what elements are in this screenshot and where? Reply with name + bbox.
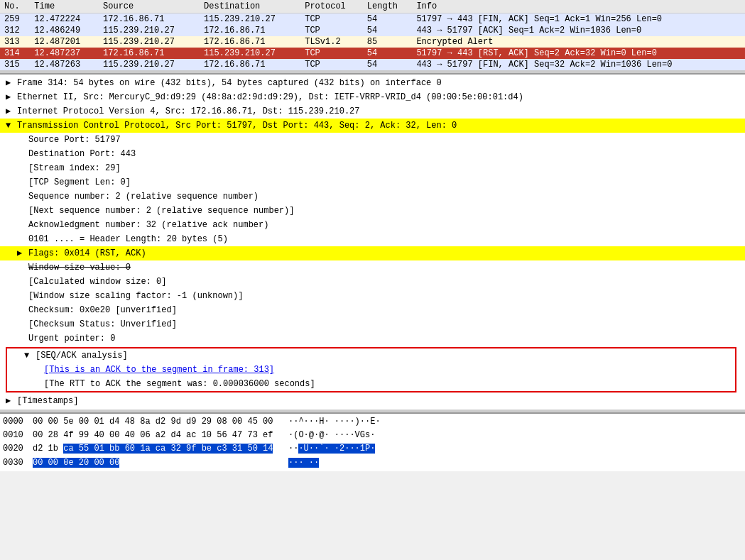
table-header-row: No. Time Source Destination Protocol Len… xyxy=(0,0,745,13)
ethernet-text: Ethernet II, Src: MercuryC_9d:d9:29 (48:… xyxy=(17,91,523,104)
hex-offset: 0010 xyxy=(3,429,33,442)
table-row[interactable]: 31412.487237172.16.86.71115.239.210.27TC… xyxy=(0,48,745,59)
cell-6: 51797 → 443 [RST, ACK] Seq=2 Ack=32 Win=… xyxy=(412,48,745,59)
packet-table: No. Time Source Destination Protocol Len… xyxy=(0,0,745,70)
cell-2: 115.239.210.27 xyxy=(99,36,200,48)
cell-1: 12.472224 xyxy=(30,13,99,26)
cell-0: 314 xyxy=(0,48,30,59)
cell-3: 115.239.210.27 xyxy=(200,13,300,26)
seq-ack-box: ▼ [SEQ/ACK analysis] [This is an ACK to … xyxy=(6,347,736,392)
hex-ascii: ···U··`· ·2···1P· xyxy=(288,442,375,456)
tcp-field-expander xyxy=(17,133,26,146)
hex-bytes[interactable]: d2 1b ca 55 01 bb 60 1a ca 32 9f be c3 3… xyxy=(33,442,288,456)
tcp-field-expander xyxy=(17,318,26,331)
tcp-field-item: Source Port: 51797 xyxy=(0,133,745,147)
hex-ascii: ··· ·· xyxy=(288,456,319,470)
frame-expander[interactable]: ▶ xyxy=(6,77,14,89)
tcp-field-text: [Next sequence number: 2 (relative seque… xyxy=(28,204,294,217)
cell-6: Encrypted Alert xyxy=(412,36,745,48)
tcp-field-item[interactable]: ▶Flags: 0x014 (RST, ACK) xyxy=(0,246,745,260)
col-time: Time xyxy=(30,0,99,13)
cell-5: 54 xyxy=(363,13,413,26)
cell-5: 85 xyxy=(363,36,413,48)
detail-panel: ▶ Frame 314: 54 bytes on wire (432 bits)… xyxy=(0,73,745,410)
hex-row: 0010 00 28 4f 99 40 00 40 06 a2 d4 ac 10… xyxy=(3,429,742,442)
cell-1: 12.487263 xyxy=(30,59,99,70)
tcp-field-text: Acknowledgment number: 32 (relative ack … xyxy=(28,219,268,231)
hex-ascii: ·(O·@·@· ····VGs· xyxy=(288,429,375,442)
tcp-field-item: Window size value: 0 xyxy=(0,260,745,275)
cell-3: 172.16.86.71 xyxy=(200,25,300,36)
cell-3: 172.16.86.71 xyxy=(200,59,300,70)
ip-item[interactable]: ▶ Internet Protocol Version 4, Src: 172.… xyxy=(0,104,745,119)
tcp-field-text: Destination Port: 443 xyxy=(28,148,136,160)
tcp-field-text: [Calculated window size: 0] xyxy=(28,275,166,288)
tcp-field-item: [Checksum Status: Unverified] xyxy=(0,317,745,331)
cell-6: 443 → 51797 [FIN, ACK] Seq=32 Ack=2 Win=… xyxy=(412,59,745,70)
table-row[interactable]: 31312.487201115.239.210.27172.16.86.71TL… xyxy=(0,36,745,48)
seq-ack-expander[interactable]: ▼ xyxy=(24,349,33,362)
col-no: No. xyxy=(0,0,30,13)
seq-ack-link-text[interactable]: [This is an ACK to the segment in frame:… xyxy=(44,363,274,376)
cell-0: 312 xyxy=(0,25,30,36)
timestamps-expander[interactable]: ▶ xyxy=(6,395,14,407)
cell-5: 54 xyxy=(363,48,413,59)
col-source: Source xyxy=(99,0,200,13)
tcp-field-text: Urgent pointer: 0 xyxy=(28,332,115,345)
hex-row: 0030 00 00 0e 20 00 00··· ·· xyxy=(3,456,742,470)
hex-bytes[interactable]: 00 00 5e 00 01 d4 48 8a d2 9d d9 29 08 0… xyxy=(33,415,288,429)
cell-6: 443 → 51797 [ACK] Seq=1 Ack=2 Win=1036 L… xyxy=(412,25,745,36)
ethernet-item[interactable]: ▶ Ethernet II, Src: MercuryC_9d:d9:29 (4… xyxy=(0,90,745,104)
tcp-field-expander xyxy=(17,162,26,175)
ethernet-expander[interactable]: ▶ xyxy=(6,91,14,104)
cell-5: 54 xyxy=(363,59,413,70)
table-row[interactable]: 31212.486249115.239.210.27172.16.86.71TC… xyxy=(0,25,745,36)
tcp-field-item: Checksum: 0x0e20 [unverified] xyxy=(0,303,745,317)
table-row[interactable]: 25912.472224172.16.86.71115.239.210.27TC… xyxy=(0,13,745,26)
hex-offset: 0000 xyxy=(3,415,33,429)
seq-ack-link-item[interactable]: [This is an ACK to the segment in frame:… xyxy=(7,363,735,377)
tcp-field-item: 0101 .... = Header Length: 20 bytes (5) xyxy=(0,232,745,246)
tcp-field-item: Urgent pointer: 0 xyxy=(0,331,745,346)
cell-4: TLSv1.2 xyxy=(300,36,363,48)
cell-1: 12.487201 xyxy=(30,36,99,48)
tcp-field-expander xyxy=(17,304,26,317)
tcp-field-expander xyxy=(17,176,26,189)
tcp-field-text: [Window size scaling factor: -1 (unknown… xyxy=(28,290,243,302)
tcp-field-item: [TCP Segment Len: 0] xyxy=(0,175,745,190)
hex-offset: 0030 xyxy=(3,456,33,470)
cell-3: 115.239.210.27 xyxy=(200,48,300,59)
col-destination: Destination xyxy=(200,0,300,13)
hex-row: 0000 00 00 5e 00 01 d4 48 8a d2 9d d9 29… xyxy=(3,415,742,429)
cell-4: TCP xyxy=(300,25,363,36)
tcp-field-expander: ▶ xyxy=(17,247,26,260)
tcp-field-item: Sequence number: 2 (relative sequence nu… xyxy=(0,190,745,204)
tcp-field-expander xyxy=(17,290,26,302)
packet-list-panel: No. Time Source Destination Protocol Len… xyxy=(0,0,745,70)
tcp-field-item: [Calculated window size: 0] xyxy=(0,275,745,289)
tcp-field-item: [Next sequence number: 2 (relative seque… xyxy=(0,204,745,218)
cell-2: 115.239.210.27 xyxy=(99,25,200,36)
hex-bytes[interactable]: 00 28 4f 99 40 00 40 06 a2 d4 ac 10 56 4… xyxy=(33,429,288,442)
ip-expander[interactable]: ▶ xyxy=(6,105,14,118)
tcp-field-text: [TCP Segment Len: 0] xyxy=(28,176,131,189)
cell-0: 315 xyxy=(0,59,30,70)
tcp-field-expander xyxy=(17,190,26,203)
tcp-item[interactable]: ▼ Transmission Control Protocol, Src Por… xyxy=(0,119,745,133)
frame-text: Frame 314: 54 bytes on wire (432 bits), … xyxy=(17,77,442,89)
tcp-text: Transmission Control Protocol, Src Port:… xyxy=(17,119,457,132)
hex-bytes[interactable]: 00 00 0e 20 00 00 xyxy=(33,456,288,470)
seq-ack-header[interactable]: ▼ [SEQ/ACK analysis] xyxy=(7,348,735,363)
timestamps-item[interactable]: ▶ [Timestamps] xyxy=(0,394,745,408)
col-protocol: Protocol xyxy=(300,0,363,13)
tcp-field-item: [Stream index: 29] xyxy=(0,161,745,175)
table-row[interactable]: 31512.487263115.239.210.27172.16.86.71TC… xyxy=(0,59,745,70)
tcp-field-text: [Checksum Status: Unverified] xyxy=(28,318,177,331)
tcp-field-expander xyxy=(17,233,26,246)
cell-2: 172.16.86.71 xyxy=(99,13,200,26)
seq-ack-rtt-item: [The RTT to ACK the segment was: 0.00003… xyxy=(7,377,735,391)
cell-2: 172.16.86.71 xyxy=(99,48,200,59)
frame-item[interactable]: ▶ Frame 314: 54 bytes on wire (432 bits)… xyxy=(0,76,745,90)
cell-0: 259 xyxy=(0,13,30,26)
tcp-expander[interactable]: ▼ xyxy=(6,119,14,132)
